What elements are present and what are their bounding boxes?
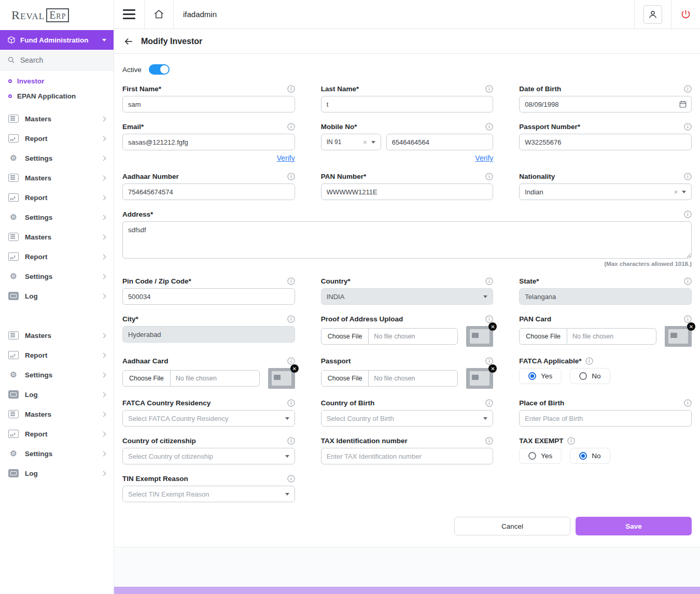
country-select[interactable]: INDIA (321, 288, 494, 305)
tax-exempt-yes-radio[interactable]: Yes (519, 448, 562, 464)
sidebar-item-log[interactable]: Log (0, 463, 114, 483)
pan-number-input[interactable] (321, 183, 494, 200)
choose-file-button[interactable]: Choose File (520, 329, 567, 344)
passport-file-field: Passport Choose File No file chosen (321, 357, 494, 389)
logout-button[interactable] (671, 0, 700, 29)
sidebar-item-settings[interactable]: Settings (0, 444, 114, 463)
info-icon[interactable] (485, 399, 493, 407)
info-icon[interactable] (485, 357, 493, 365)
info-icon[interactable] (684, 315, 692, 323)
email-input[interactable] (122, 134, 295, 150)
menu-item-label: Report (25, 253, 48, 261)
last-name-input[interactable] (321, 96, 494, 112)
proof-of-address-file-input[interactable]: Choose File No file chosen (321, 328, 458, 345)
choose-file-button[interactable]: Choose File (123, 371, 171, 386)
bullet-icon (8, 94, 12, 98)
nationality-select[interactable]: Indian (519, 183, 692, 200)
info-icon[interactable] (287, 437, 295, 445)
info-icon[interactable] (287, 357, 295, 365)
search-input[interactable] (20, 56, 106, 64)
choose-file-button[interactable]: Choose File (321, 329, 369, 344)
info-icon[interactable] (287, 475, 295, 483)
module-switcher[interactable]: Fund Administration (0, 30, 114, 50)
mobile-country-code-select[interactable]: IN 91 (321, 134, 381, 150)
date-of-birth-input[interactable] (519, 96, 692, 112)
info-icon[interactable] (287, 85, 295, 93)
info-icon[interactable] (485, 437, 493, 445)
remove-file-icon[interactable] (290, 364, 299, 373)
passport-number-input[interactable] (519, 134, 692, 150)
menu-toggle-button[interactable] (114, 0, 145, 29)
sidebar-item-report[interactable]: Report (0, 345, 114, 365)
pincode-input[interactable] (122, 288, 295, 305)
sidebar-item-masters[interactable]: Masters (0, 168, 114, 188)
place-of-birth-input[interactable] (519, 410, 692, 427)
sidebar-item-masters[interactable]: Masters (0, 109, 114, 129)
aadhaar-card-file-input[interactable]: Choose File No file chosen (122, 370, 260, 387)
fatca-no-radio[interactable]: No (570, 368, 610, 384)
sidebar-item-investor[interactable]: Investor (0, 74, 114, 89)
sidebar-item-masters[interactable]: Masters (0, 326, 114, 345)
info-icon[interactable] (287, 173, 295, 180)
sidebar-item-report[interactable]: Report (0, 247, 114, 266)
active-toggle[interactable] (149, 64, 170, 75)
first-name-input[interactable] (122, 96, 295, 112)
sidebar-item-log[interactable]: Log (0, 286, 114, 306)
info-icon[interactable] (684, 173, 692, 180)
info-icon[interactable] (287, 277, 295, 285)
remove-file-icon[interactable] (687, 322, 695, 331)
sidebar-item-settings[interactable]: Settings (0, 148, 114, 168)
remove-file-icon[interactable] (488, 364, 497, 373)
clear-icon[interactable] (363, 139, 367, 146)
sidebar-item-report[interactable]: Report (0, 424, 114, 444)
mobile-number-input[interactable] (386, 134, 494, 150)
info-icon[interactable] (287, 123, 295, 131)
info-icon[interactable] (567, 437, 575, 445)
info-icon[interactable] (287, 399, 295, 407)
cancel-button[interactable]: Cancel (454, 517, 570, 535)
chevron-down-icon (483, 295, 487, 298)
home-button[interactable] (145, 0, 174, 29)
clear-icon[interactable] (674, 189, 678, 195)
country-of-birth-select[interactable]: Select Country of Birth (321, 410, 494, 427)
sidebar-item-report[interactable]: Report (0, 188, 114, 207)
mobile-verify-link[interactable]: Verify (321, 154, 494, 162)
sidebar-item-settings[interactable]: Settings (0, 266, 114, 286)
sidebar-item-settings[interactable]: Settings (0, 207, 114, 227)
passport-file-input[interactable]: Choose File No file chosen (321, 370, 458, 387)
info-icon[interactable] (684, 399, 692, 407)
tax-exempt-no-radio[interactable]: No (570, 448, 610, 464)
back-button[interactable] (123, 36, 134, 47)
info-icon[interactable] (684, 85, 692, 93)
profile-button[interactable] (634, 0, 671, 29)
citizenship-select[interactable]: Select Country of citizenship (122, 448, 295, 464)
info-icon[interactable] (485, 277, 493, 285)
info-icon[interactable] (485, 85, 493, 93)
info-icon[interactable] (485, 173, 493, 180)
info-icon[interactable] (684, 123, 692, 131)
sidebar-item-masters[interactable]: Masters (0, 404, 114, 424)
sidebar-item-settings[interactable]: Settings (0, 365, 114, 385)
info-icon[interactable] (287, 315, 295, 323)
aadhaar-number-input[interactable] (122, 183, 295, 200)
tax-id-input[interactable] (321, 448, 494, 464)
info-icon[interactable] (684, 210, 692, 218)
sidebar-item-log[interactable]: Log (0, 385, 114, 404)
sidebar-item-epan-application[interactable]: EPAN Application (0, 89, 114, 104)
tin-exempt-reason-select[interactable]: Select TIN Exempt Reason (122, 486, 295, 502)
fatca-country-select[interactable]: Select FATCA Country Residency (122, 410, 295, 427)
email-verify-link[interactable]: Verify (122, 154, 295, 162)
sidebar-item-masters[interactable]: Masters (0, 227, 114, 247)
info-icon[interactable] (585, 357, 593, 365)
info-icon[interactable] (485, 123, 493, 131)
info-icon[interactable] (684, 277, 692, 285)
pan-card-file-input[interactable]: Choose File No file chosen (519, 328, 656, 345)
fatca-yes-radio[interactable]: Yes (519, 368, 562, 384)
calendar-icon[interactable] (679, 100, 687, 108)
info-icon[interactable] (485, 315, 493, 323)
address-textarea[interactable]: sdfsdf (122, 221, 692, 259)
remove-file-icon[interactable] (488, 322, 497, 331)
save-button[interactable]: Save (576, 517, 692, 535)
sidebar-item-report[interactable]: Report (0, 129, 114, 148)
choose-file-button[interactable]: Choose File (321, 371, 369, 386)
